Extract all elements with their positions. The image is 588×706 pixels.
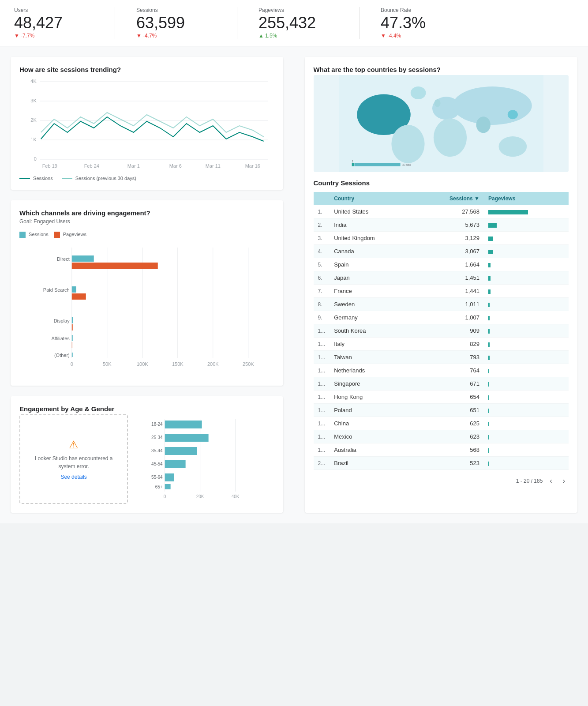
row-pageviews-bar <box>484 324 569 338</box>
table-row[interactable]: 5. Spain 1,664 <box>314 258 569 271</box>
country-table: Country Sessions ▼ Pageviews 1. United S… <box>314 192 569 470</box>
row-pageviews-bar <box>484 232 569 245</box>
row-pageviews-bar <box>484 285 569 298</box>
metric-sessions-change: ▼ -4.7% <box>136 33 216 39</box>
metric-bounce-change: ▼ -4.4% <box>381 33 460 39</box>
metric-divider-3 <box>359 7 360 39</box>
row-country: Germany <box>330 311 416 324</box>
svg-text:2K: 2K <box>30 117 37 123</box>
pagination-prev[interactable]: ‹ <box>546 475 555 487</box>
arrow-down-icon: ▼ <box>14 33 19 39</box>
sessions-legend: Sessions Sessions (previous 30 days) <box>19 176 274 181</box>
row-pageviews-bar <box>484 404 569 417</box>
svg-rect-30 <box>72 353 73 357</box>
age-bar-chart: 18-24 25-34 35-44 45-54 55-64 65+ 0 20K … <box>135 414 274 504</box>
age-svg: 18-24 25-34 35-44 45-54 55-64 65+ 0 20K … <box>135 414 274 503</box>
metric-pageviews-label: Pageviews <box>258 7 338 13</box>
row-sessions: 1,664 <box>416 258 484 271</box>
row-sessions: 909 <box>416 324 484 338</box>
row-country: Japan <box>330 271 416 285</box>
table-row[interactable]: 1... Australia 568 <box>314 443 569 457</box>
row-country: Hong Kong <box>330 391 416 404</box>
svg-text:25-34: 25-34 <box>151 435 163 440</box>
table-row[interactable]: 1. United States 27,568 <box>314 205 569 218</box>
table-row[interactable]: 3. United Kingdom 3,129 <box>314 232 569 245</box>
table-row[interactable]: 2... Brazil 523 <box>314 457 569 470</box>
row-pageviews-bar <box>484 338 569 351</box>
channels-legend: Sessions Pageviews <box>19 232 274 238</box>
table-row[interactable]: 6. Japan 1,451 <box>314 271 569 285</box>
svg-text:0: 0 <box>34 156 37 161</box>
svg-point-70 <box>476 116 490 133</box>
table-row[interactable]: 1... Netherlands 764 <box>314 364 569 377</box>
svg-text:Paid Search: Paid Search <box>43 287 70 293</box>
table-row[interactable]: 9. Germany 1,007 <box>314 311 569 324</box>
svg-rect-22 <box>72 255 94 262</box>
row-sessions: 568 <box>416 443 484 457</box>
table-row[interactable]: 1... Singapore 671 <box>314 377 569 391</box>
row-pageviews-bar <box>484 245 569 258</box>
row-rank: 3. <box>314 232 330 245</box>
channels-subtitle: Goal: Engaged Users <box>19 218 274 225</box>
legend-sessions-bar: Sessions <box>19 232 49 238</box>
row-rank: 1. <box>314 205 330 218</box>
metric-users-value: 48,427 <box>14 15 94 31</box>
metric-pageviews-change: ▲ 1.5% <box>258 33 338 39</box>
table-row[interactable]: 1... Italy 829 <box>314 338 569 351</box>
row-pageviews-bar <box>484 258 569 271</box>
row-sessions: 1,451 <box>416 271 484 285</box>
row-country: Australia <box>330 443 416 457</box>
metric-bounce-rate: Bounce Rate 47.3% ▼ -4.4% <box>381 7 460 39</box>
metric-bounce-label: Bounce Rate <box>381 7 460 13</box>
table-row[interactable]: 1... Poland 651 <box>314 404 569 417</box>
age-error-container: ⚠ Looker Studio has encountered a system… <box>19 414 274 504</box>
svg-text:100K: 100K <box>137 361 148 367</box>
svg-text:Mar 1: Mar 1 <box>127 163 140 169</box>
table-row[interactable]: 1... Taiwan 793 <box>314 351 569 364</box>
table-row[interactable]: 1... Mexico 623 <box>314 430 569 443</box>
svg-text:55-64: 55-64 <box>151 475 163 480</box>
table-row[interactable]: 8. Sweden 1,011 <box>314 298 569 311</box>
svg-rect-71 <box>352 163 354 166</box>
error-link[interactable]: See details <box>60 474 86 480</box>
table-header-row: Country Sessions ▼ Pageviews <box>314 192 569 205</box>
row-country: Mexico <box>330 430 416 443</box>
error-box: ⚠ Looker Studio has encountered a system… <box>19 414 128 504</box>
arrow-up-icon: ▲ <box>258 33 264 39</box>
svg-text:35-44: 35-44 <box>151 448 163 453</box>
table-row[interactable]: 1... South Korea 909 <box>314 324 569 338</box>
row-sessions: 3,129 <box>416 232 484 245</box>
row-pageviews-bar <box>484 311 569 324</box>
pagination-next[interactable]: › <box>559 475 569 487</box>
svg-rect-50 <box>165 484 171 489</box>
table-row[interactable]: 1... China 625 <box>314 417 569 430</box>
row-country: United Kingdom <box>330 232 416 245</box>
svg-text:250K: 250K <box>243 361 254 367</box>
svg-point-62 <box>410 86 426 99</box>
row-rank: 7. <box>314 285 330 298</box>
svg-rect-48 <box>165 460 186 468</box>
metric-users: Users 48,427 ▼ -7.7% <box>14 7 94 39</box>
row-sessions: 651 <box>416 404 484 417</box>
row-rank: 1... <box>314 338 330 351</box>
row-country: United States <box>330 205 416 218</box>
svg-rect-28 <box>72 335 73 341</box>
sessions-trend-card: How are site sessions trending? 4K 3K 2K… <box>11 57 283 190</box>
right-panel: What are the top countries by sessions? <box>294 46 588 523</box>
metric-sessions-value: 63,599 <box>136 15 216 31</box>
svg-text:150K: 150K <box>172 361 184 367</box>
row-rank: 1... <box>314 430 330 443</box>
arrow-down-icon: ▼ <box>136 33 142 39</box>
table-row[interactable]: 4. Canada 3,067 <box>314 245 569 258</box>
svg-point-68 <box>433 118 466 157</box>
legend-sessions: Sessions <box>19 176 53 181</box>
table-row[interactable]: 1... Hong Kong 654 <box>314 391 569 404</box>
svg-text:65+: 65+ <box>155 484 163 489</box>
svg-text:0: 0 <box>71 361 73 367</box>
svg-text:Mar 6: Mar 6 <box>169 163 182 169</box>
col-sessions[interactable]: Sessions ▼ <box>416 192 484 205</box>
svg-rect-23 <box>72 263 158 269</box>
table-row[interactable]: 7. France 1,441 <box>314 285 569 298</box>
row-country: China <box>330 417 416 430</box>
table-row[interactable]: 2. India 5,673 <box>314 218 569 232</box>
